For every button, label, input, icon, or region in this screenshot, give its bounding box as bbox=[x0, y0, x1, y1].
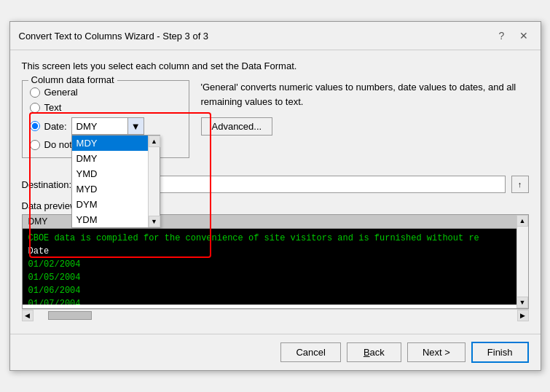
content-area: This screen lets you select each column … bbox=[10, 50, 541, 328]
help-button[interactable]: ? bbox=[494, 28, 510, 44]
scroll-track bbox=[149, 147, 160, 216]
scroll-right-button[interactable]: ▶ bbox=[517, 310, 529, 321]
radio-text-label[interactable]: Text bbox=[44, 102, 62, 113]
radio-general[interactable] bbox=[30, 87, 40, 98]
general-description: 'General' converts numeric values to num… bbox=[201, 80, 529, 109]
scroll-up-btn[interactable]: ▲ bbox=[149, 136, 160, 147]
scroll-track-vertical bbox=[517, 227, 528, 297]
advanced-button[interactable]: Advanced... bbox=[201, 117, 273, 136]
main-area: Column data format General Text Date: bbox=[22, 80, 529, 165]
date-value-display: DMY bbox=[72, 121, 127, 132]
preview-line-0: CBOE data is compiled for the convenienc… bbox=[28, 232, 511, 245]
preview-scrollbar-horizontal: ◀ ▶ bbox=[22, 309, 529, 321]
titlebar: Convert Text to Columns Wizard - Step 3 … bbox=[10, 22, 541, 50]
radio-general-row: General bbox=[30, 87, 181, 98]
bottom-bar: Cancel Back Next > Finish bbox=[10, 334, 541, 370]
dropdown-item-mdy[interactable]: MDY bbox=[72, 136, 148, 151]
date-dropdown: MDY DMY YMD MYD DYM YDM ▲ bbox=[71, 135, 160, 228]
scroll-thumb-horizontal[interactable] bbox=[48, 311, 92, 320]
right-panel: 'General' converts numeric values to num… bbox=[201, 80, 529, 165]
dialog: Convert Text to Columns Wizard - Step 3 … bbox=[9, 21, 541, 371]
close-button[interactable]: ✕ bbox=[516, 28, 532, 44]
preview-scrollbar-vertical: ▲ ▼ bbox=[516, 215, 528, 308]
dropdown-item-myd[interactable]: MYD bbox=[72, 181, 148, 197]
dropdown-item-dym[interactable]: DYM bbox=[72, 197, 148, 212]
preview-line-1: Date bbox=[28, 245, 511, 258]
preview-line-2: 01/02/2004 bbox=[28, 258, 511, 271]
radio-date[interactable] bbox=[30, 121, 40, 131]
preview-line-4: 01/06/2004 bbox=[28, 284, 511, 297]
dropdown-scrollbar: ▲ ▼ bbox=[148, 136, 160, 227]
dialog-title: Convert Text to Columns Wizard - Step 3 … bbox=[19, 31, 209, 42]
left-panel: Column data format General Text Date: bbox=[22, 80, 189, 165]
scroll-down-btn[interactable]: ▼ bbox=[149, 216, 160, 227]
preview-data: CBOE data is compiled for the convenienc… bbox=[23, 229, 516, 305]
back-button[interactable]: Back bbox=[347, 342, 401, 362]
radio-donot[interactable] bbox=[30, 140, 40, 150]
destination-label: Destination: bbox=[22, 179, 72, 190]
preview-line-3: 01/05/2004 bbox=[28, 271, 511, 284]
dropdown-item-ymd[interactable]: YMD bbox=[72, 166, 148, 181]
scroll-down-button[interactable]: ▼ bbox=[516, 297, 528, 308]
scroll-left-button[interactable]: ◀ bbox=[22, 310, 34, 321]
radio-date-label[interactable]: Date: bbox=[44, 121, 67, 132]
titlebar-controls: ? ✕ bbox=[494, 28, 532, 44]
group-box-label: Column data format bbox=[28, 74, 117, 85]
dropdown-item-ydm[interactable]: YDM bbox=[72, 212, 148, 227]
next-button[interactable]: Next > bbox=[407, 342, 465, 362]
cancel-button[interactable]: Cancel bbox=[280, 342, 340, 362]
radio-text-row: Text bbox=[30, 102, 181, 113]
scroll-up-button[interactable]: ▲ bbox=[516, 215, 528, 227]
preview-inner: DMY CBOE data is compiled for the conven… bbox=[23, 215, 516, 308]
finish-button[interactable]: Finish bbox=[471, 342, 529, 363]
preview-line-5: 01/07/2004 bbox=[28, 297, 511, 305]
destination-pick-button[interactable]: ↑ bbox=[511, 176, 529, 193]
column-format-group: Column data format General Text Date: bbox=[22, 80, 189, 158]
date-select-wrapper: DMY ▼ MDY DMY YMD MYD bbox=[71, 117, 181, 135]
scroll-track-horizontal bbox=[34, 310, 517, 321]
radio-text[interactable] bbox=[30, 103, 40, 113]
dropdown-item-dmy[interactable]: DMY bbox=[72, 151, 148, 166]
radio-date-row: Date: DMY ▼ MDY DMY bbox=[30, 117, 181, 135]
description: This screen lets you select each column … bbox=[22, 60, 529, 71]
radio-general-label[interactable]: General bbox=[44, 87, 78, 98]
preview-container: DMY CBOE data is compiled for the conven… bbox=[22, 214, 529, 309]
date-dropdown-arrow[interactable]: ▼ bbox=[127, 118, 144, 134]
